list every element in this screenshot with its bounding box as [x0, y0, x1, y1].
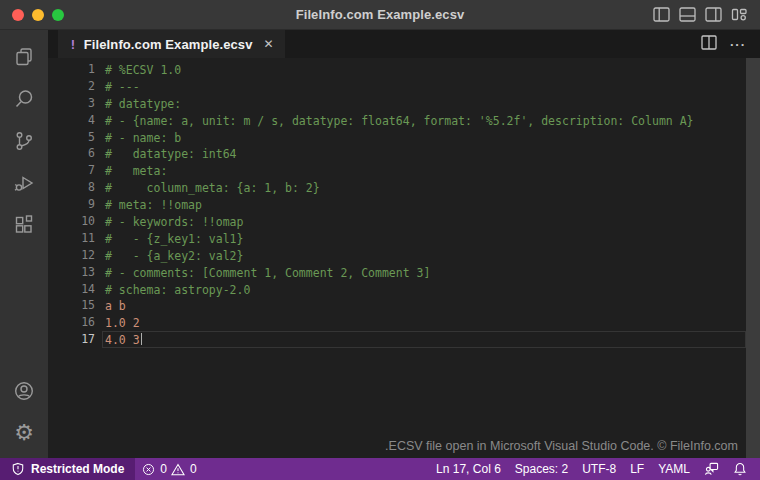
toggle-primary-sidebar-icon[interactable] [653, 7, 670, 22]
line-text: # - comments: [Comment 1, Comment 2, Com… [102, 264, 746, 281]
editor-group: ! FileInfo.com Example.ecsv ✕ ··· 1# %EC… [48, 30, 760, 458]
line-number: 9 [48, 196, 95, 213]
indentation-status[interactable]: Spaces: 2 [508, 458, 575, 480]
title-bar: FileInfo.com Example.ecsv [0, 0, 760, 30]
code-lines: 1# %ECSV 1.02# ---3# datatype:4# - {name… [48, 61, 746, 348]
line-text: # - {a_key2: val2} [102, 247, 746, 264]
editor-actions: ··· [701, 30, 760, 58]
code-line[interactable]: 1# %ECSV 1.0 [48, 61, 746, 78]
tab-label: FileInfo.com Example.ecsv [84, 37, 253, 52]
encoding-status[interactable]: UTF-8 [575, 458, 623, 480]
line-text: # schema: astropy-2.0 [102, 281, 746, 298]
code-line[interactable]: 8# column_meta: {a: 1, b: 2} [48, 179, 746, 196]
restricted-mode-label: Restricted Mode [31, 462, 124, 476]
code-line[interactable]: 14# schema: astropy-2.0 [48, 281, 746, 298]
tab-bar: ! FileInfo.com Example.ecsv ✕ ··· [48, 30, 760, 58]
code-line[interactable]: 4# - {name: a, unit: m / s, datatype: fl… [48, 112, 746, 129]
line-text: # meta: !!omap [102, 196, 746, 213]
line-text: # datatype: int64 [102, 145, 746, 162]
minimize-window-button[interactable] [32, 9, 44, 21]
source-control-icon[interactable] [0, 120, 48, 162]
explorer-icon[interactable] [0, 36, 48, 78]
close-window-button[interactable] [12, 9, 24, 21]
line-number: 5 [48, 129, 95, 146]
layout-controls [653, 7, 760, 22]
feedback-icon[interactable] [697, 458, 726, 480]
code-line[interactable]: 5# - name: b [48, 129, 746, 146]
code-line[interactable]: 9# meta: !!omap [48, 196, 746, 213]
accounts-icon[interactable] [0, 370, 48, 412]
line-text: a b [102, 297, 746, 314]
toggle-secondary-sidebar-icon[interactable] [705, 7, 722, 22]
code-line[interactable]: 15a b [48, 297, 746, 314]
more-actions-icon[interactable]: ··· [730, 37, 746, 52]
line-text: # - {z_key1: val1} [102, 230, 746, 247]
text-cursor [141, 333, 143, 345]
problems-status[interactable]: 0 0 [135, 458, 203, 480]
code-line[interactable]: 6# datatype: int64 [48, 145, 746, 162]
restricted-mode-badge[interactable]: Restricted Mode [0, 458, 135, 480]
code-line[interactable]: 11# - {z_key1: val1} [48, 230, 746, 247]
close-tab-icon[interactable]: ✕ [264, 37, 274, 51]
line-number: 1 [48, 61, 95, 78]
code-line[interactable]: 10# - keywords: !!omap [48, 213, 746, 230]
code-editor[interactable]: 1# %ECSV 1.02# ---3# datatype:4# - {name… [48, 58, 760, 458]
code-line[interactable]: 161.0 2 [48, 314, 746, 331]
watermark-text: .ECSV file open in Microsoft Visual Stud… [385, 439, 738, 453]
zoom-window-button[interactable] [52, 9, 64, 21]
line-text: # meta: [102, 162, 746, 179]
line-text: 1.0 2 [102, 314, 746, 331]
settings-gear-icon[interactable]: ⚙ [0, 412, 48, 454]
line-number: 7 [48, 162, 95, 179]
cursor-position-status[interactable]: Ln 17, Col 6 [429, 458, 508, 480]
yaml-file-icon: ! [69, 37, 77, 52]
extensions-icon[interactable] [0, 204, 48, 246]
line-number: 12 [48, 247, 95, 264]
tab-fileinfo-example[interactable]: ! FileInfo.com Example.ecsv ✕ [58, 30, 285, 58]
status-bar-right: Ln 17, Col 6 Spaces: 2 UTF-8 LF YAML [429, 458, 760, 480]
editor-scrollbar[interactable] [746, 58, 760, 458]
warning-count: 0 [190, 462, 197, 476]
shield-warning-icon [11, 462, 25, 476]
code-line[interactable]: 13# - comments: [Comment 1, Comment 2, C… [48, 264, 746, 281]
split-editor-icon[interactable] [701, 35, 717, 54]
line-number: 3 [48, 95, 95, 112]
line-text: # - keywords: !!omap [102, 213, 746, 230]
line-number: 16 [48, 314, 95, 331]
error-count: 0 [160, 462, 167, 476]
vscode-window: FileInfo.com Example.ecsv [0, 0, 760, 480]
run-and-debug-icon[interactable] [0, 162, 48, 204]
errors-icon [142, 463, 155, 476]
main-area: ⚙ ! FileInfo.com Example.ecsv ✕ ··· [0, 30, 760, 458]
window-title: FileInfo.com Example.ecsv [0, 7, 760, 22]
notifications-bell-icon[interactable] [726, 458, 754, 480]
line-number: 10 [48, 213, 95, 230]
eol-status[interactable]: LF [623, 458, 651, 480]
line-text: # - {name: a, unit: m / s, datatype: flo… [102, 112, 746, 129]
line-number: 15 [48, 297, 95, 314]
code-line[interactable]: 2# --- [48, 78, 746, 95]
line-text: # datatype: [102, 95, 746, 112]
activity-bar: ⚙ [0, 30, 48, 458]
code-line[interactable]: 12# - {a_key2: val2} [48, 247, 746, 264]
status-bar-left: Restricted Mode 0 0 [0, 458, 204, 480]
line-text: # column_meta: {a: 1, b: 2} [102, 179, 746, 196]
line-text: # %ECSV 1.0 [102, 61, 746, 78]
warnings-icon [171, 463, 185, 476]
line-number: 2 [48, 78, 95, 95]
language-mode-status[interactable]: YAML [651, 458, 697, 480]
line-number: 8 [48, 179, 95, 196]
line-number: 14 [48, 281, 95, 298]
customize-layout-icon[interactable] [731, 7, 748, 22]
code-line[interactable]: 3# datatype: [48, 95, 746, 112]
code-line[interactable]: 174.0 3 [48, 331, 746, 348]
line-text: 4.0 3 [102, 331, 746, 348]
line-number: 17 [48, 331, 95, 348]
toggle-panel-icon[interactable] [679, 7, 696, 22]
line-text: # --- [102, 78, 746, 95]
line-number: 4 [48, 112, 95, 129]
traffic-lights [0, 9, 64, 21]
code-line[interactable]: 7# meta: [48, 162, 746, 179]
line-number: 13 [48, 264, 95, 281]
search-icon[interactable] [0, 78, 48, 120]
